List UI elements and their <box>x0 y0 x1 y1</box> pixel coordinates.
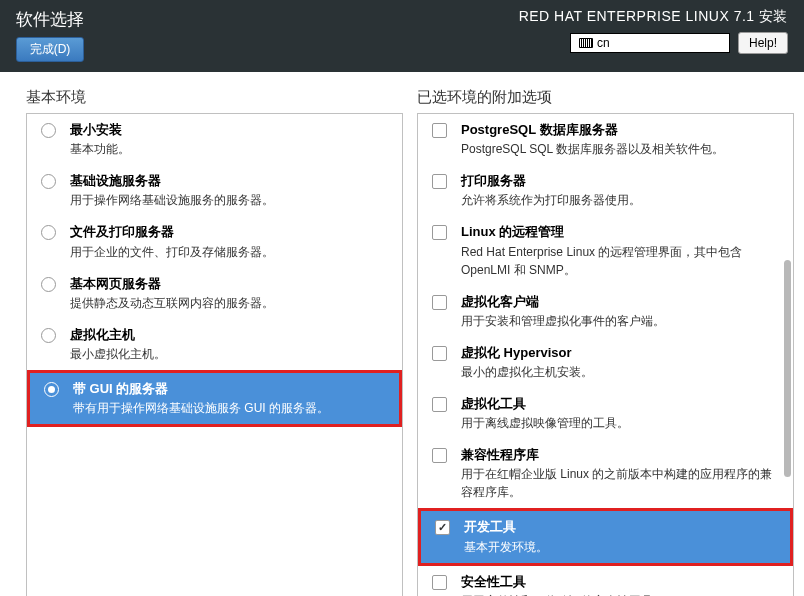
radio-icon <box>41 123 56 138</box>
lang-code: cn <box>597 36 610 50</box>
item-title: PostgreSQL 数据库服务器 <box>461 121 783 139</box>
item-desc: 带有用于操作网络基础设施服务 GUI 的服务器。 <box>73 399 389 417</box>
addons-list[interactable]: PostgreSQL 数据库服务器 PostgreSQL SQL 数据库服务器以… <box>417 113 794 596</box>
checkbox-icon <box>435 520 450 535</box>
addon-item[interactable]: 虚拟化客户端 用于安装和管理虚拟化事件的客户端。 <box>418 286 793 337</box>
addon-item[interactable]: PostgreSQL 数据库服务器 PostgreSQL SQL 数据库服务器以… <box>418 114 793 165</box>
checkbox-icon <box>432 123 447 138</box>
keyboard-icon <box>579 38 593 48</box>
item-title: 基础设施服务器 <box>70 172 392 190</box>
item-title: 虚拟化客户端 <box>461 293 783 311</box>
item-title: 基本网页服务器 <box>70 275 392 293</box>
keyboard-layout-indicator[interactable]: cn <box>570 33 730 53</box>
install-title: RED HAT ENTERPRISE LINUX 7.1 安装 <box>519 8 788 26</box>
help-button[interactable]: Help! <box>738 32 788 54</box>
addon-item[interactable]: 打印服务器 允许将系统作为打印服务器使用。 <box>418 165 793 216</box>
checkbox-icon <box>432 448 447 463</box>
header-left: 软件选择 完成(D) <box>16 8 84 62</box>
base-environment-pane: 基本环境 最小安装 基本功能。 基础设施服务器 用于操作网络基础设施服务的服务器… <box>26 88 403 596</box>
item-title: 最小安装 <box>70 121 392 139</box>
base-env-item[interactable]: 基础设施服务器 用于操作网络基础设施服务的服务器。 <box>27 165 402 216</box>
item-desc: 用于安装和管理虚拟化事件的客户端。 <box>461 312 783 330</box>
item-text: 虚拟化客户端 用于安装和管理虚拟化事件的客户端。 <box>461 293 783 330</box>
item-desc: 用于完整性和可信验证的安全性工具。 <box>461 592 783 596</box>
radio-icon <box>41 277 56 292</box>
addons-title: 已选环境的附加选项 <box>417 88 794 107</box>
base-env-list[interactable]: 最小安装 基本功能。 基础设施服务器 用于操作网络基础设施服务的服务器。 文件及… <box>26 113 403 596</box>
checkbox-icon <box>432 225 447 240</box>
item-desc: 用于在红帽企业版 Linux 的之前版本中构建的应用程序的兼容程序库。 <box>461 465 783 501</box>
item-title: 带 GUI 的服务器 <box>73 380 389 398</box>
item-desc: Red Hat Enterprise Linux 的远程管理界面，其中包含 Op… <box>461 243 783 279</box>
item-desc: 最小虚拟化主机。 <box>70 345 392 363</box>
addon-item[interactable]: 虚拟化工具 用于离线虚拟映像管理的工具。 <box>418 388 793 439</box>
item-title: Linux 的远程管理 <box>461 223 783 241</box>
checkbox-icon <box>432 346 447 361</box>
page-title: 软件选择 <box>16 8 84 31</box>
item-text: 开发工具 基本开发环境。 <box>464 518 780 555</box>
item-text: 最小安装 基本功能。 <box>70 121 392 158</box>
item-desc: 用于离线虚拟映像管理的工具。 <box>461 414 783 432</box>
item-text: PostgreSQL 数据库服务器 PostgreSQL SQL 数据库服务器以… <box>461 121 783 158</box>
item-text: 虚拟化工具 用于离线虚拟映像管理的工具。 <box>461 395 783 432</box>
item-text: 虚拟化 Hypervisor 最小的虚拟化主机安装。 <box>461 344 783 381</box>
base-env-title: 基本环境 <box>26 88 403 107</box>
base-env-item[interactable]: 带 GUI 的服务器 带有用于操作网络基础设施服务 GUI 的服务器。 <box>27 370 402 427</box>
addon-item[interactable]: 安全性工具 用于完整性和可信验证的安全性工具。 <box>418 566 793 597</box>
item-title: 开发工具 <box>464 518 780 536</box>
base-env-item[interactable]: 文件及打印服务器 用于企业的文件、打印及存储服务器。 <box>27 216 402 267</box>
base-env-item[interactable]: 最小安装 基本功能。 <box>27 114 402 165</box>
base-env-item[interactable]: 基本网页服务器 提供静态及动态互联网内容的服务器。 <box>27 268 402 319</box>
item-desc: 允许将系统作为打印服务器使用。 <box>461 191 783 209</box>
radio-icon <box>44 382 59 397</box>
header-controls: cn Help! <box>570 32 788 54</box>
item-title: 安全性工具 <box>461 573 783 591</box>
item-desc: 基本开发环境。 <box>464 538 780 556</box>
addons-pane: 已选环境的附加选项 PostgreSQL 数据库服务器 PostgreSQL S… <box>417 88 794 596</box>
item-text: 虚拟化主机 最小虚拟化主机。 <box>70 326 392 363</box>
item-text: Linux 的远程管理 Red Hat Enterprise Linux 的远程… <box>461 223 783 278</box>
item-title: 打印服务器 <box>461 172 783 190</box>
base-env-item[interactable]: 虚拟化主机 最小虚拟化主机。 <box>27 319 402 370</box>
checkbox-icon <box>432 575 447 590</box>
item-desc: 用于企业的文件、打印及存储服务器。 <box>70 243 392 261</box>
item-text: 基础设施服务器 用于操作网络基础设施服务的服务器。 <box>70 172 392 209</box>
item-title: 虚拟化主机 <box>70 326 392 344</box>
header: 软件选择 完成(D) RED HAT ENTERPRISE LINUX 7.1 … <box>0 0 804 72</box>
header-right: RED HAT ENTERPRISE LINUX 7.1 安装 cn Help! <box>519 8 788 54</box>
addon-item[interactable]: 兼容性程序库 用于在红帽企业版 Linux 的之前版本中构建的应用程序的兼容程序… <box>418 439 793 508</box>
item-text: 安全性工具 用于完整性和可信验证的安全性工具。 <box>461 573 783 597</box>
scrollbar[interactable] <box>784 116 791 596</box>
item-desc: 提供静态及动态互联网内容的服务器。 <box>70 294 392 312</box>
item-text: 基本网页服务器 提供静态及动态互联网内容的服务器。 <box>70 275 392 312</box>
radio-icon <box>41 328 56 343</box>
item-title: 文件及打印服务器 <box>70 223 392 241</box>
item-text: 兼容性程序库 用于在红帽企业版 Linux 的之前版本中构建的应用程序的兼容程序… <box>461 446 783 501</box>
item-text: 文件及打印服务器 用于企业的文件、打印及存储服务器。 <box>70 223 392 260</box>
done-button[interactable]: 完成(D) <box>16 37 84 62</box>
radio-icon <box>41 174 56 189</box>
addon-item[interactable]: Linux 的远程管理 Red Hat Enterprise Linux 的远程… <box>418 216 793 285</box>
checkbox-icon <box>432 397 447 412</box>
addon-item[interactable]: 开发工具 基本开发环境。 <box>418 508 793 565</box>
checkbox-icon <box>432 295 447 310</box>
checkbox-icon <box>432 174 447 189</box>
content: 基本环境 最小安装 基本功能。 基础设施服务器 用于操作网络基础设施服务的服务器… <box>0 72 804 596</box>
radio-icon <box>41 225 56 240</box>
item-desc: 最小的虚拟化主机安装。 <box>461 363 783 381</box>
item-text: 打印服务器 允许将系统作为打印服务器使用。 <box>461 172 783 209</box>
item-desc: 基本功能。 <box>70 140 392 158</box>
item-text: 带 GUI 的服务器 带有用于操作网络基础设施服务 GUI 的服务器。 <box>73 380 389 417</box>
item-title: 虚拟化 Hypervisor <box>461 344 783 362</box>
item-title: 虚拟化工具 <box>461 395 783 413</box>
scrollbar-thumb[interactable] <box>784 260 791 476</box>
addon-item[interactable]: 虚拟化 Hypervisor 最小的虚拟化主机安装。 <box>418 337 793 388</box>
item-desc: 用于操作网络基础设施服务的服务器。 <box>70 191 392 209</box>
item-title: 兼容性程序库 <box>461 446 783 464</box>
item-desc: PostgreSQL SQL 数据库服务器以及相关软件包。 <box>461 140 783 158</box>
